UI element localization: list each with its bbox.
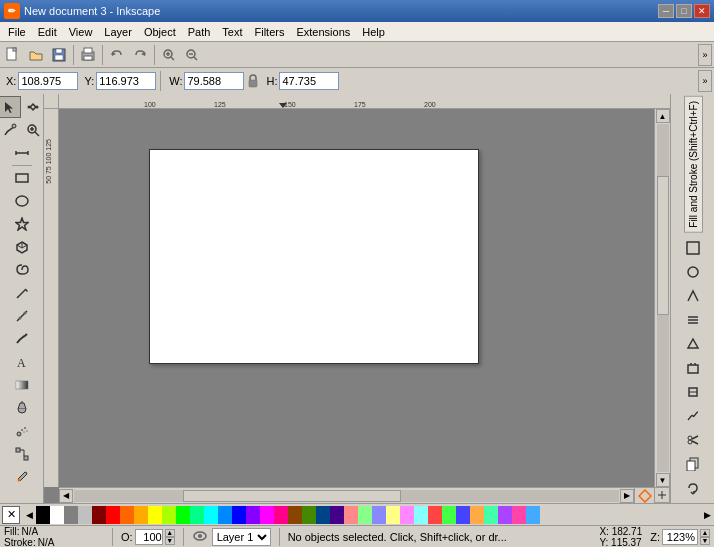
selector-tool-button[interactable] <box>0 96 21 118</box>
color-swatch-31[interactable] <box>470 506 484 524</box>
menu-item-extensions[interactable]: Extensions <box>290 24 356 40</box>
color-swatch-11[interactable] <box>190 506 204 524</box>
calligraphy-tool-button[interactable] <box>11 328 33 350</box>
pencil-tool-button[interactable] <box>11 282 33 304</box>
zoom-up-button[interactable]: ▲ <box>700 529 710 537</box>
measure-tool-button[interactable] <box>11 142 33 164</box>
opacity-field[interactable] <box>135 529 163 545</box>
bucket-tool-button[interactable] <box>11 397 33 419</box>
scroll-left-button[interactable]: ◀ <box>59 489 73 503</box>
right-tool-4[interactable] <box>682 309 704 331</box>
h-scroll-thumb[interactable] <box>183 490 401 502</box>
color-swatch-21[interactable] <box>330 506 344 524</box>
print-button[interactable] <box>77 44 99 66</box>
menu-item-help[interactable]: Help <box>356 24 391 40</box>
opacity-down-button[interactable]: ▼ <box>165 537 175 545</box>
color-swatch-6[interactable] <box>120 506 134 524</box>
color-swatch-24[interactable] <box>372 506 386 524</box>
close-button[interactable]: ✕ <box>694 4 710 18</box>
right-tool-7[interactable] <box>682 381 704 403</box>
node-tool-button[interactable] <box>22 96 44 118</box>
save-button[interactable] <box>48 44 70 66</box>
color-swatch-25[interactable] <box>386 506 400 524</box>
x-field[interactable] <box>18 72 78 90</box>
color-swatch-1[interactable] <box>50 506 64 524</box>
opacity-up-button[interactable]: ▲ <box>165 529 175 537</box>
maximize-button[interactable]: □ <box>676 4 692 18</box>
redo-button[interactable] <box>129 44 151 66</box>
color-swatch-5[interactable] <box>106 506 120 524</box>
vertical-scrollbar[interactable]: ▲ ▼ <box>654 109 670 487</box>
color-swatch-17[interactable] <box>274 506 288 524</box>
minimize-button[interactable]: ─ <box>658 4 674 18</box>
pen-tool-button[interactable] <box>11 305 33 327</box>
snap-corner-button[interactable] <box>634 488 654 504</box>
color-swatch-19[interactable] <box>302 506 316 524</box>
color-swatch-28[interactable] <box>428 506 442 524</box>
color-swatch-22[interactable] <box>344 506 358 524</box>
3d-box-tool-button[interactable] <box>11 236 33 258</box>
horizontal-scrollbar[interactable]: ◀ ▶ <box>59 487 654 503</box>
palette-scroll-left-button[interactable]: ◀ <box>22 506 36 524</box>
menu-item-text[interactable]: Text <box>216 24 248 40</box>
star-tool-button[interactable] <box>11 213 33 235</box>
scroll-up-button[interactable]: ▲ <box>656 109 670 123</box>
color-swatch-4[interactable] <box>92 506 106 524</box>
zoom-down-button[interactable]: ▼ <box>700 537 710 545</box>
color-swatch-20[interactable] <box>316 506 330 524</box>
zoom-out-button[interactable] <box>181 44 203 66</box>
menu-item-layer[interactable]: Layer <box>98 24 138 40</box>
menu-item-edit[interactable]: Edit <box>32 24 63 40</box>
right-tool-8[interactable] <box>682 405 704 427</box>
eyedropper-tool-button[interactable] <box>11 466 33 488</box>
canvas-area[interactable]: 100 125 150 175 200 50 75 100 125 ◀ <box>44 94 670 503</box>
palette-scroll-right-button[interactable]: ▶ <box>700 506 714 524</box>
zoom-field[interactable] <box>662 529 698 545</box>
color-swatch-18[interactable] <box>288 506 302 524</box>
right-tool-special[interactable] <box>682 477 704 499</box>
layer-select[interactable]: Layer 1 <box>212 528 271 546</box>
rect-tool-button[interactable] <box>11 167 33 189</box>
color-swatch-16[interactable] <box>260 506 274 524</box>
visibility-icon[interactable] <box>192 528 208 546</box>
toolbar1-expand-button[interactable]: » <box>698 44 712 66</box>
new-button[interactable] <box>2 44 24 66</box>
color-swatch-9[interactable] <box>162 506 176 524</box>
color-swatch-23[interactable] <box>358 506 372 524</box>
menu-item-filters[interactable]: Filters <box>249 24 291 40</box>
tweak-tool-button[interactable] <box>0 119 21 141</box>
spiral-tool-button[interactable] <box>11 259 33 281</box>
color-swatch-27[interactable] <box>414 506 428 524</box>
color-swatch-2[interactable] <box>64 506 78 524</box>
circle-tool-button[interactable] <box>11 190 33 212</box>
color-swatch-8[interactable] <box>148 506 162 524</box>
color-swatch-15[interactable] <box>246 506 260 524</box>
color-swatch-35[interactable] <box>526 506 540 524</box>
zoom-in-button[interactable] <box>158 44 180 66</box>
zoom-tool-button[interactable] <box>22 119 44 141</box>
color-swatch-3[interactable] <box>78 506 92 524</box>
menu-item-path[interactable]: Path <box>182 24 217 40</box>
color-swatch-7[interactable] <box>134 506 148 524</box>
color-swatch-33[interactable] <box>498 506 512 524</box>
right-tool-5[interactable] <box>682 333 704 355</box>
color-swatch-14[interactable] <box>232 506 246 524</box>
toolbar2-expand-button[interactable]: » <box>698 70 712 92</box>
h-field[interactable] <box>279 72 339 90</box>
spray-tool-button[interactable] <box>11 420 33 442</box>
y-field[interactable] <box>96 72 156 90</box>
right-tool-1[interactable] <box>682 237 704 259</box>
color-swatch-12[interactable] <box>204 506 218 524</box>
right-tool-6[interactable] <box>682 357 704 379</box>
color-swatch-32[interactable] <box>484 506 498 524</box>
color-swatch-26[interactable] <box>400 506 414 524</box>
canvas-inner[interactable] <box>59 109 654 487</box>
no-color-swatch[interactable]: ✕ <box>2 506 20 524</box>
color-swatch-34[interactable] <box>512 506 526 524</box>
corner-button[interactable] <box>654 487 670 503</box>
w-field[interactable] <box>184 72 244 90</box>
v-scroll-thumb[interactable] <box>657 176 669 315</box>
menu-item-object[interactable]: Object <box>138 24 182 40</box>
gradient-tool-button[interactable] <box>11 374 33 396</box>
color-swatch-10[interactable] <box>176 506 190 524</box>
